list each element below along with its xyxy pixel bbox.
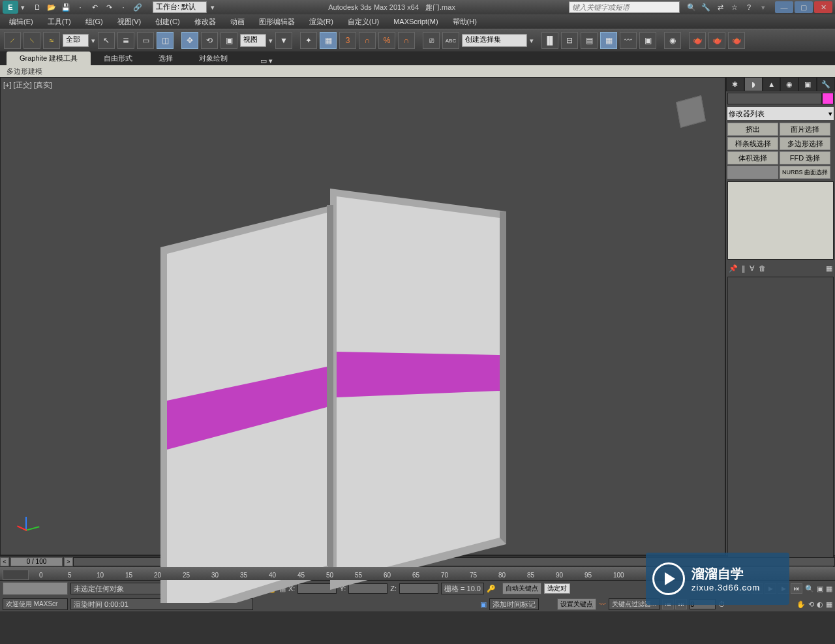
menu-edit[interactable]: 编辑(E) — [3, 16, 40, 28]
modifier-stack[interactable] — [727, 181, 834, 260]
named-selection-dropdown[interactable]: 创建选择集 — [462, 34, 527, 47]
ribbon-tab-paint[interactable]: 对象绘制 — [186, 52, 241, 65]
bind-icon[interactable]: ≈ — [43, 32, 60, 49]
undo-icon[interactable]: ↶ — [89, 2, 100, 12]
maximize-button[interactable]: ▢ — [795, 1, 813, 13]
nav-max-icon[interactable]: ▦ — [826, 600, 832, 609]
mirror-icon[interactable]: ▐▌ — [541, 32, 558, 49]
nav-zoom-all-icon[interactable]: ▣ — [817, 585, 823, 593]
time-slider-thumb[interactable]: 0 / 100 — [10, 557, 63, 566]
link-icon[interactable]: ⟋ — [4, 32, 21, 49]
ribbon-tab-selection[interactable]: 选择 — [145, 52, 186, 65]
sel-filter-dropdown[interactable]: 选定对 — [544, 583, 570, 594]
key-mode-icon[interactable]: 〰 — [599, 600, 606, 608]
selection-filter-dropdown[interactable]: 全部 — [63, 34, 89, 47]
snap-icon[interactable]: ∩ — [398, 32, 415, 49]
menu-customize[interactable]: 自定义(U) — [341, 16, 386, 28]
ribbon-panel[interactable]: 多边形建模 — [0, 65, 835, 77]
exchange-icon[interactable]: ⇄ — [715, 2, 725, 12]
btn-ffd-select[interactable]: FFD 选择 — [780, 151, 830, 164]
create-tab-icon[interactable]: ✱ — [726, 77, 744, 91]
display-tab-icon[interactable]: ▣ — [798, 77, 817, 91]
nav-zoom-ext-icon[interactable]: ▦ — [826, 585, 832, 593]
show-result-icon[interactable]: ‖ — [742, 264, 746, 273]
menu-maxscript[interactable]: MAXScript(M) — [387, 16, 444, 27]
open-icon[interactable]: 📂 — [46, 2, 57, 12]
percent-snap-icon[interactable]: ∩ — [359, 32, 376, 49]
object-color-swatch[interactable] — [822, 93, 834, 104]
nav-zoom-icon[interactable]: 🔍 — [805, 585, 814, 593]
render-setup-icon[interactable]: 🫖 — [689, 32, 706, 49]
menu-tools[interactable]: 工具(T) — [41, 16, 78, 28]
menu-views[interactable]: 视图(V) — [111, 16, 148, 28]
edit-named-icon[interactable]: ⎚ — [423, 32, 440, 49]
abc-icon[interactable]: ABC — [442, 32, 459, 49]
ribbon-tab-graphite[interactable]: Graphite 建模工具 — [7, 52, 91, 65]
search-icon[interactable]: 🔍 — [686, 2, 697, 12]
btn-extrude[interactable]: 挤出 — [727, 123, 778, 136]
nav-pan-icon[interactable]: ✋ — [797, 600, 806, 609]
refcoord-dropdown[interactable]: 视图 — [240, 34, 266, 47]
maxscript-listener[interactable]: 欢迎使用 MAXScr — [3, 598, 68, 610]
object-name-input[interactable] — [727, 93, 822, 104]
spinner-snap-icon[interactable]: % — [378, 32, 395, 49]
rotate-icon[interactable]: ⟲ — [201, 32, 218, 49]
move-icon[interactable]: ✥ — [181, 32, 198, 49]
mini-listener[interactable] — [3, 582, 68, 595]
pin-stack-icon[interactable]: 📌 — [729, 264, 738, 273]
workspace-dropdown[interactable]: 工作台: 默认 — [153, 1, 207, 13]
key-icon[interactable]: 🔧 — [701, 2, 711, 12]
minimize-button[interactable]: — — [775, 1, 793, 13]
help-icon[interactable]: ? — [744, 2, 754, 12]
ribbon-tab-freeform[interactable]: 自由形式 — [91, 52, 145, 65]
modifier-list-dropdown[interactable]: 修改器列表▾ — [727, 107, 834, 120]
hierarchy-tab-icon[interactable]: ▲ — [763, 77, 781, 91]
redo-icon[interactable]: ↷ — [103, 2, 115, 12]
make-unique-icon[interactable]: ∀ — [750, 264, 755, 273]
viewcube[interactable] — [670, 91, 712, 132]
time-next-button[interactable]: > — [64, 557, 73, 566]
trackbar-icon[interactable] — [3, 570, 29, 580]
favorite-icon[interactable]: ☆ — [729, 2, 740, 12]
nav-orbit-icon[interactable]: ⟲ — [808, 600, 814, 609]
ribbon-expand-icon[interactable]: ▭ ▾ — [260, 57, 273, 65]
schematic-icon[interactable]: ▣ — [639, 32, 656, 49]
btn-spline-select[interactable]: 样条线选择 — [727, 137, 778, 150]
select-by-name-icon[interactable]: ≣ — [117, 32, 134, 49]
menu-help[interactable]: 帮助(H) — [446, 16, 483, 28]
render-frame-icon[interactable]: 🫖 — [708, 32, 725, 49]
new-icon[interactable]: 🗋 — [31, 2, 43, 12]
menu-group[interactable]: 组(G) — [79, 16, 110, 28]
time-prev-button[interactable]: < — [0, 557, 9, 566]
material-editor-icon[interactable]: ◉ — [664, 32, 681, 49]
angle-snap-icon[interactable]: 3 — [339, 32, 356, 49]
configure-icon[interactable]: ▦ — [826, 264, 832, 273]
motion-tab-icon[interactable]: ◉ — [780, 77, 798, 91]
link-icon[interactable]: 🔗 — [132, 2, 144, 12]
goto-end-icon[interactable]: ⏭ — [791, 583, 802, 594]
rect-select-icon[interactable]: ▭ — [137, 32, 154, 49]
modify-tab-icon[interactable]: ◗ — [744, 77, 763, 91]
viewport[interactable]: [+] [正交] [真实] — [0, 77, 725, 555]
btn-poly-select[interactable]: 多边形选择 — [780, 137, 830, 150]
ribbon-toggle-icon[interactable]: ▦ — [600, 32, 617, 49]
scale-icon[interactable]: ▣ — [220, 32, 237, 49]
unlink-icon[interactable]: ⟍ — [23, 32, 40, 49]
remove-mod-icon[interactable]: 🗑 — [759, 264, 766, 272]
setkey-button[interactable]: 设置关键点 — [557, 598, 596, 610]
menu-animation[interactable]: 动画 — [224, 16, 251, 28]
align-icon[interactable]: ⊟ — [561, 32, 578, 49]
app-menu-icon[interactable]: E — [3, 1, 18, 14]
close-button[interactable]: ✕ — [814, 1, 832, 13]
menu-modifiers[interactable]: 修改器 — [188, 16, 222, 28]
window-crossing-icon[interactable]: ◫ — [157, 32, 174, 49]
menu-rendering[interactable]: 渲染(R) — [303, 16, 340, 28]
btn-mesh-select[interactable]: 面片选择 — [780, 123, 830, 136]
render-icon[interactable]: 🫖 — [728, 32, 745, 49]
menu-grapheditors[interactable]: 图形编辑器 — [252, 16, 301, 28]
rollout-area[interactable] — [727, 277, 834, 577]
select-icon[interactable]: ↖ — [98, 32, 115, 49]
btn-nurbs-select[interactable]: NURBS 曲面选择 — [780, 166, 830, 179]
layer-icon[interactable]: ▤ — [581, 32, 598, 49]
save-icon[interactable]: 💾 — [60, 2, 72, 12]
